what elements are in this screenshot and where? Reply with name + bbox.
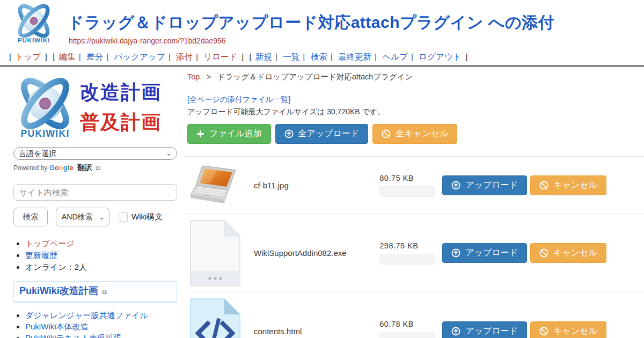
ban-icon bbox=[539, 327, 548, 336]
bracket: ] bbox=[43, 52, 49, 61]
file-size: 80.75 KB bbox=[379, 174, 435, 182]
nav-item-attach[interactable]: 添付 bbox=[176, 52, 193, 61]
upload-circle-icon bbox=[451, 181, 460, 190]
file-thumbnail bbox=[189, 165, 250, 205]
wiki-syntax-checkbox[interactable] bbox=[119, 212, 128, 222]
nav-item-edit[interactable]: 編集 bbox=[59, 52, 76, 61]
cancel-button[interactable]: キャンセル bbox=[530, 243, 606, 263]
cancel-label: キャンセル bbox=[553, 247, 597, 259]
ban-icon bbox=[382, 129, 391, 138]
bracket: ] bbox=[464, 52, 469, 61]
add-file-button[interactable]: ファイル追加 bbox=[187, 124, 271, 144]
separator: | bbox=[408, 52, 416, 61]
upload-button[interactable]: アップロード bbox=[442, 243, 527, 263]
sidebar-section-title-link[interactable]: PukiWiki改造計画 bbox=[19, 285, 98, 296]
search-mode-select[interactable]: AND検索 ⌄ bbox=[56, 208, 109, 226]
sidebar-item-update-history[interactable]: 更新履歴 bbox=[25, 251, 57, 260]
list-item: ダジャレンジャー版共通ファイル bbox=[25, 310, 177, 321]
file-row: contents.html 60.78 KB アップロード bbox=[185, 292, 644, 338]
atom-logo-icon: PUKIWIKI bbox=[11, 2, 56, 45]
breadcrumb-home-link[interactable]: Top bbox=[187, 72, 200, 81]
cancel-all-label: 全キャンセル bbox=[396, 128, 448, 139]
sidebar-item-core-mod[interactable]: PukiWiki本体改造 bbox=[25, 322, 89, 331]
nav-item-recent[interactable]: 最終更新 bbox=[338, 52, 371, 61]
upload-progress-bar bbox=[379, 254, 435, 264]
generic-file-icon bbox=[189, 219, 241, 287]
plus-icon bbox=[196, 130, 204, 138]
search-mode-value: AND検索 bbox=[62, 212, 93, 221]
file-thumbnail bbox=[189, 219, 250, 287]
nav-item-top[interactable]: トップ bbox=[16, 52, 41, 61]
chevron-down-icon: ⌄ bbox=[99, 208, 105, 226]
code-file-icon bbox=[189, 298, 241, 338]
upload-circle-icon bbox=[284, 129, 294, 138]
file-thumbnail bbox=[189, 298, 250, 338]
file-row-actions: アップロード キャンセル bbox=[442, 321, 606, 338]
external-link-icon: ⧉ bbox=[96, 164, 100, 172]
language-select-value: 言語を選択 bbox=[19, 149, 56, 158]
svg-text:PUKIWIKI: PUKIWIKI bbox=[18, 36, 50, 43]
file-row-actions: アップロード キャンセル bbox=[442, 175, 606, 195]
atom-logo-icon: PUKIWIKI bbox=[13, 73, 77, 142]
breadcrumb: Top > ドラッグ＆ドロップアップロード対応attachプラグイン bbox=[187, 72, 644, 82]
upload-label: アップロード bbox=[465, 180, 518, 191]
list-item: PukiWikiテキスト表現拡張 bbox=[25, 332, 177, 338]
nav-item-new[interactable]: 新規 bbox=[255, 52, 272, 61]
sidebar-site-logo[interactable]: PUKIWIKI 改造計画 普及計画 bbox=[13, 71, 177, 144]
sidebar-section-header: PukiWiki改造計画 ⧉ bbox=[13, 281, 177, 303]
nav-item-list[interactable]: 一覧 bbox=[283, 52, 299, 61]
sidebar-item-common-files[interactable]: ダジャレンジャー版共通ファイル bbox=[25, 311, 148, 320]
site-search-input[interactable] bbox=[13, 184, 177, 201]
file-size: 60.78 KB bbox=[379, 320, 435, 328]
separator: | bbox=[327, 52, 336, 61]
nav-item-backup[interactable]: バックアップ bbox=[114, 52, 165, 61]
translate-link[interactable]: 翻訳 bbox=[77, 163, 92, 172]
bracket: ] bbox=[240, 52, 245, 61]
laptop-photo-thumbnail bbox=[189, 165, 245, 205]
upload-all-button[interactable]: 全アップロード bbox=[275, 124, 369, 144]
add-file-label: ファイル追加 bbox=[209, 128, 262, 139]
logo-line-kaizou: 改造計画 bbox=[80, 77, 162, 107]
file-size: 298.75 KB bbox=[379, 241, 435, 250]
file-row: cf-b11.jpg 80.75 KB アップロード bbox=[185, 156, 644, 214]
separator: | bbox=[165, 52, 174, 61]
powered-by-label: Powered by bbox=[13, 164, 47, 172]
main-content: Top > ドラッグ＆ドロップアップロード対応attachプラグイン [全ページ… bbox=[185, 67, 644, 338]
cancel-all-button[interactable]: 全キャンセル bbox=[372, 124, 457, 144]
page-url-link[interactable]: https://pukiwiki.dajya-ranger.com/?1bd2d… bbox=[69, 36, 226, 45]
max-upload-size-text: アップロード可能最大ファイルサイズは 30,720KB です。 bbox=[187, 107, 644, 117]
cancel-button[interactable]: キャンセル bbox=[530, 175, 606, 195]
file-size-column: 60.78 KB bbox=[379, 320, 435, 338]
nav-item-reload[interactable]: リロード bbox=[203, 52, 237, 61]
google-translate-attribution: Powered by Google 翻訳 ⧉ bbox=[13, 163, 177, 173]
upload-button[interactable]: アップロード bbox=[442, 175, 527, 195]
separator: | bbox=[272, 52, 281, 61]
bracket: [ bbox=[51, 52, 56, 61]
file-row: WikiSupportAddin082.exe 298.75 KB アップロード bbox=[185, 214, 644, 292]
nav-item-search[interactable]: 検索 bbox=[311, 52, 327, 61]
list-item: トップページ bbox=[25, 238, 177, 249]
language-select[interactable]: 言語を選択 ⌄ bbox=[13, 147, 177, 160]
nav-item-logout[interactable]: ログアウト bbox=[419, 52, 461, 61]
nav-item-diff[interactable]: 差分 bbox=[86, 52, 103, 61]
all-pages-attach-list-link[interactable]: [全ページの添付ファイル一覧] bbox=[187, 95, 290, 105]
top-navigation: [ トップ ] [ 編集| 差分| バックアップ| 添付| リロード ] [ 新… bbox=[8, 52, 469, 63]
sidebar-item-text-extension[interactable]: PukiWikiテキスト表現拡張 bbox=[25, 333, 121, 338]
upload-all-label: 全アップロード bbox=[298, 128, 360, 139]
bracket: [ bbox=[8, 52, 13, 61]
page-title: ドラッグ＆ドロップアップロード対応attachプラグイン への添付 bbox=[68, 12, 554, 34]
file-name: cf-b11.jpg bbox=[250, 181, 379, 190]
sidebar-item-top-page[interactable]: トップページ bbox=[25, 239, 75, 248]
file-size-column: 298.75 KB bbox=[379, 241, 435, 264]
nav-item-help[interactable]: ヘルプ bbox=[382, 52, 408, 61]
file-name: contents.html bbox=[250, 327, 379, 336]
pukiwiki-logo[interactable]: PUKIWIKI bbox=[8, 2, 60, 55]
search-button[interactable]: 検索 bbox=[13, 208, 48, 226]
chevron-down-icon: ⌄ bbox=[166, 148, 172, 159]
separator: | bbox=[193, 52, 201, 61]
upload-progress-bar bbox=[379, 332, 435, 338]
upload-circle-icon bbox=[451, 327, 460, 336]
cancel-button[interactable]: キャンセル bbox=[530, 321, 606, 338]
upload-button[interactable]: アップロード bbox=[442, 321, 527, 338]
list-item: PukiWiki本体改造 bbox=[25, 321, 177, 332]
